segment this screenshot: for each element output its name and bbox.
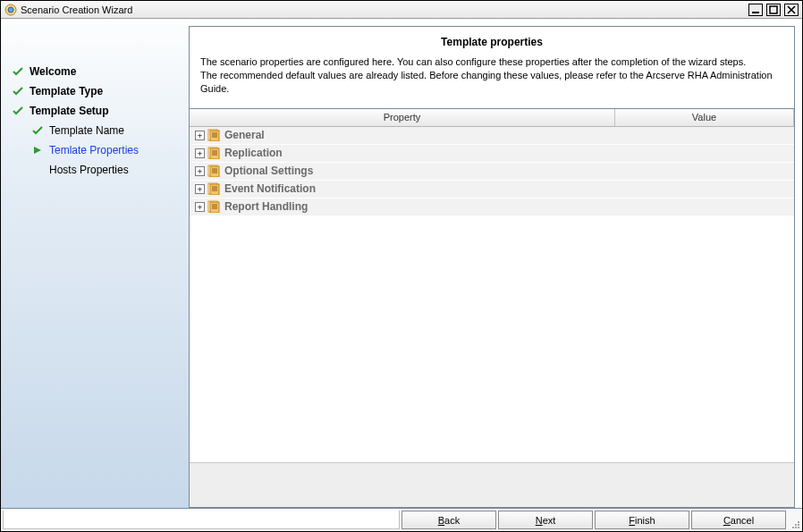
svg-point-14 <box>798 527 799 528</box>
body-area: Welcome Template Type Template Setup Tem… <box>1 19 802 508</box>
substep-label: Template Name <box>49 124 124 137</box>
substep-template-name: Template Name <box>8 122 182 142</box>
step-welcome: Welcome <box>8 63 182 83</box>
svg-rect-3 <box>770 6 777 13</box>
svg-rect-5 <box>210 131 219 141</box>
app-icon <box>4 4 17 16</box>
step-template-type: Template Type <box>8 83 182 103</box>
button-text: ancel <box>731 515 754 526</box>
window-title: Scenario Creation Wizard <box>21 4 745 15</box>
tree-label: Event Notification <box>223 182 316 195</box>
check-icon <box>12 105 24 117</box>
expand-icon[interactable]: + <box>195 184 205 194</box>
column-header-property[interactable]: Property <box>190 109 615 126</box>
expand-icon[interactable]: + <box>195 166 205 176</box>
substep-hosts-properties: Hosts Properties <box>8 162 182 182</box>
grid-header: Property Value <box>190 109 794 127</box>
check-icon <box>31 124 44 137</box>
maximize-button[interactable] <box>766 4 781 16</box>
step-label: Template Type <box>30 85 103 97</box>
step-label: Welcome <box>30 65 76 78</box>
tree-row-optional-settings[interactable]: + Optional Settings <box>190 163 794 181</box>
bottom-bar: Back Next Finish Cancel <box>1 508 802 531</box>
minimize-button[interactable] <box>748 4 763 16</box>
tree-label: Replication <box>223 147 283 159</box>
check-icon <box>12 85 24 97</box>
svg-point-15 <box>795 527 797 528</box>
substep-label: Hosts Properties <box>49 164 129 176</box>
svg-point-19 <box>798 521 799 523</box>
cancel-button[interactable]: Cancel <box>691 511 786 529</box>
expand-icon[interactable]: + <box>195 148 205 158</box>
tree-row-general[interactable]: + General <box>190 127 794 145</box>
current-step-icon <box>31 144 44 156</box>
button-mnemonic: C <box>723 515 731 526</box>
svg-rect-2 <box>752 12 759 13</box>
grid-body: + General + <box>190 127 794 462</box>
expand-icon[interactable]: + <box>195 202 205 212</box>
main-panel: Template properties The scenario propert… <box>189 19 802 508</box>
tree-row-replication[interactable]: + Replication <box>190 145 794 163</box>
folder-icon <box>207 182 221 195</box>
button-mnemonic: N <box>536 515 543 526</box>
wizard-steps-sidebar: Welcome Template Type Template Setup Tem… <box>1 19 189 508</box>
grid-footer <box>190 462 794 507</box>
resize-grip-icon[interactable] <box>788 509 802 531</box>
step-label: Template Setup <box>30 105 108 117</box>
finish-button[interactable]: Finish <box>595 511 689 529</box>
tree-row-event-notification[interactable]: + Event Notification <box>190 181 794 198</box>
status-cell <box>3 511 400 529</box>
tree-label: Optional Settings <box>223 165 313 177</box>
tree-label: Report Handling <box>223 200 308 213</box>
step-template-setup: Template Setup <box>8 103 182 122</box>
column-header-value[interactable]: Value <box>615 109 794 126</box>
svg-point-17 <box>792 527 794 528</box>
description-panel: Template properties The scenario propert… <box>189 26 795 109</box>
svg-rect-11 <box>210 184 219 195</box>
svg-point-1 <box>8 7 13 13</box>
svg-point-16 <box>798 524 799 526</box>
close-button[interactable] <box>784 4 799 16</box>
folder-icon <box>207 200 221 213</box>
back-button[interactable]: Back <box>402 511 496 529</box>
button-text: ack <box>444 515 460 526</box>
folder-icon <box>207 129 221 141</box>
check-icon <box>12 65 24 78</box>
wizard-window: Scenario Creation Wizard Welcome <box>0 0 803 532</box>
description-line: The recommended default values are alrea… <box>200 70 773 94</box>
substep-label: Temlate Properties <box>49 144 139 156</box>
tree-label: General <box>223 129 265 141</box>
button-text: inish <box>635 515 655 526</box>
substep-template-properties: Temlate Properties <box>8 142 182 162</box>
expand-icon[interactable]: + <box>195 131 205 140</box>
panel-title: Template properties <box>200 36 783 48</box>
svg-point-18 <box>795 524 797 526</box>
description-line: The scenario properties are configured h… <box>200 56 746 67</box>
folder-icon <box>207 165 221 177</box>
titlebar: Scenario Creation Wizard <box>1 1 802 19</box>
tree-row-report-handling[interactable]: + Report Handling <box>190 198 794 216</box>
svg-rect-7 <box>210 148 219 159</box>
svg-rect-9 <box>210 166 219 177</box>
properties-grid: Property Value + General <box>189 109 795 508</box>
button-text: ext <box>543 515 556 526</box>
svg-rect-13 <box>210 202 219 213</box>
next-button[interactable]: Next <box>498 511 593 529</box>
panel-description: The scenario properties are configured h… <box>200 55 783 96</box>
folder-icon <box>207 147 221 159</box>
button-mnemonic: B <box>438 515 444 526</box>
